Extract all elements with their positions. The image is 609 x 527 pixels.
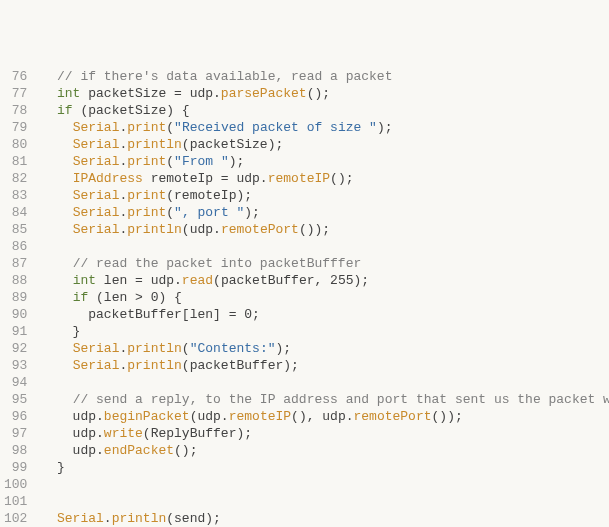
- code-line[interactable]: int packetSize = udp.parsePacket();: [41, 85, 609, 102]
- code-line[interactable]: Serial.print("From ");: [41, 153, 609, 170]
- code-line[interactable]: [41, 238, 609, 255]
- token-pn: (: [166, 154, 174, 169]
- code-line[interactable]: udp.write(ReplyBuffer);: [41, 425, 609, 442]
- code-line[interactable]: Serial.println(packetBuffer);: [41, 357, 609, 374]
- token-pn: [41, 392, 72, 407]
- code-line[interactable]: Serial.print(remoteIp);: [41, 187, 609, 204]
- token-fn: print: [127, 188, 166, 203]
- token-cl: Serial: [73, 358, 120, 373]
- line-number: 85: [4, 221, 27, 238]
- line-number: 95: [4, 391, 27, 408]
- code-line[interactable]: Serial.println(packetSize);: [41, 136, 609, 153]
- token-kw: if: [73, 290, 89, 305]
- token-st: "Received packet of size ": [174, 120, 377, 135]
- code-line[interactable]: packetBuffer[len] = 0;: [41, 306, 609, 323]
- code-line[interactable]: IPAddress remoteIp = udp.remoteIP();: [41, 170, 609, 187]
- token-cl: Serial: [73, 205, 120, 220]
- token-id: packetSize = udp.: [80, 86, 220, 101]
- token-id: len = udp.: [96, 273, 182, 288]
- code-editor: 7677787980818283848586878889909192939495…: [0, 68, 609, 527]
- code-line[interactable]: Serial.print(", port ");: [41, 204, 609, 221]
- token-cl: Serial: [73, 120, 120, 135]
- token-pn: );: [244, 205, 260, 220]
- token-id: udp.: [41, 443, 103, 458]
- token-cl: Serial: [73, 137, 120, 152]
- token-pn: [41, 358, 72, 373]
- token-cl: Serial: [57, 511, 104, 526]
- token-pn: ());: [432, 409, 463, 424]
- line-number: 90: [4, 306, 27, 323]
- code-line[interactable]: [41, 493, 609, 510]
- line-number: 80: [4, 136, 27, 153]
- token-ty: int: [57, 86, 80, 101]
- code-line[interactable]: // send a reply, to the IP address and p…: [41, 391, 609, 408]
- line-number: 89: [4, 289, 27, 306]
- code-line[interactable]: udp.endPacket();: [41, 442, 609, 459]
- code-line[interactable]: int len = udp.read(packetBuffer, 255);: [41, 272, 609, 289]
- token-fn: read: [182, 273, 213, 288]
- token-pn: ();: [330, 171, 353, 186]
- code-line[interactable]: Serial.print("Received packet of size ")…: [41, 119, 609, 136]
- token-st: "Contents:": [190, 341, 276, 356]
- line-number: 77: [4, 85, 27, 102]
- token-id: (udp.: [190, 409, 229, 424]
- token-fn: print: [127, 205, 166, 220]
- code-line[interactable]: }: [41, 323, 609, 340]
- code-line[interactable]: [41, 374, 609, 391]
- token-pn: [41, 477, 49, 492]
- token-pn: [41, 120, 72, 135]
- token-fn: println: [127, 222, 182, 237]
- token-id: (packetSize) {: [73, 103, 190, 118]
- token-fn: println: [127, 341, 182, 356]
- line-number: 88: [4, 272, 27, 289]
- token-id: (ReplyBuffer);: [143, 426, 252, 441]
- token-fn: write: [104, 426, 143, 441]
- code-line[interactable]: if (len > 0) {: [41, 289, 609, 306]
- token-pn: );: [377, 120, 393, 135]
- token-cl: Serial: [73, 341, 120, 356]
- line-number: 81: [4, 153, 27, 170]
- token-cl: Serial: [73, 222, 120, 237]
- token-fn: endPacket: [104, 443, 174, 458]
- line-number: 79: [4, 119, 27, 136]
- token-id: (packetBuffer);: [182, 358, 299, 373]
- code-line[interactable]: // read the packet into packetBufffer: [41, 255, 609, 272]
- line-number: 96: [4, 408, 27, 425]
- code-line[interactable]: [41, 476, 609, 493]
- token-pn: (: [182, 341, 190, 356]
- token-fn: print: [127, 154, 166, 169]
- token-pn: [41, 256, 72, 271]
- line-number: 92: [4, 340, 27, 357]
- line-number: 82: [4, 170, 27, 187]
- token-st: ", port ": [174, 205, 244, 220]
- token-fn: remotePort: [221, 222, 299, 237]
- code-line[interactable]: udp.beginPacket(udp.remoteIP(), udp.remo…: [41, 408, 609, 425]
- token-pn: );: [276, 341, 292, 356]
- token-pn: [41, 222, 72, 237]
- token-pn: [41, 273, 72, 288]
- token-id: (), udp.: [291, 409, 353, 424]
- token-id: udp.: [41, 426, 103, 441]
- token-cm: // send a reply, to the IP address and p…: [73, 392, 609, 407]
- token-fn: println: [112, 511, 167, 526]
- code-line[interactable]: Serial.println(send);: [41, 510, 609, 527]
- token-pn: [41, 154, 72, 169]
- token-fn: print: [127, 120, 166, 135]
- token-pn: [41, 103, 57, 118]
- code-line[interactable]: if (packetSize) {: [41, 102, 609, 119]
- code-line[interactable]: Serial.println(udp.remotePort());: [41, 221, 609, 238]
- line-number: 84: [4, 204, 27, 221]
- token-pn: [41, 494, 49, 509]
- token-fn: parsePacket: [221, 86, 307, 101]
- line-number: 101: [4, 493, 27, 510]
- token-cm: // if there's data available, read a pac…: [57, 69, 392, 84]
- code-line[interactable]: }: [41, 459, 609, 476]
- token-id: (remoteIp);: [166, 188, 252, 203]
- code-area[interactable]: // if there's data available, read a pac…: [35, 68, 609, 527]
- token-pn: ();: [174, 443, 197, 458]
- line-number: 93: [4, 357, 27, 374]
- line-number: 97: [4, 425, 27, 442]
- code-line[interactable]: // if there's data available, read a pac…: [41, 68, 609, 85]
- code-line[interactable]: Serial.println("Contents:");: [41, 340, 609, 357]
- token-id: }: [41, 460, 64, 475]
